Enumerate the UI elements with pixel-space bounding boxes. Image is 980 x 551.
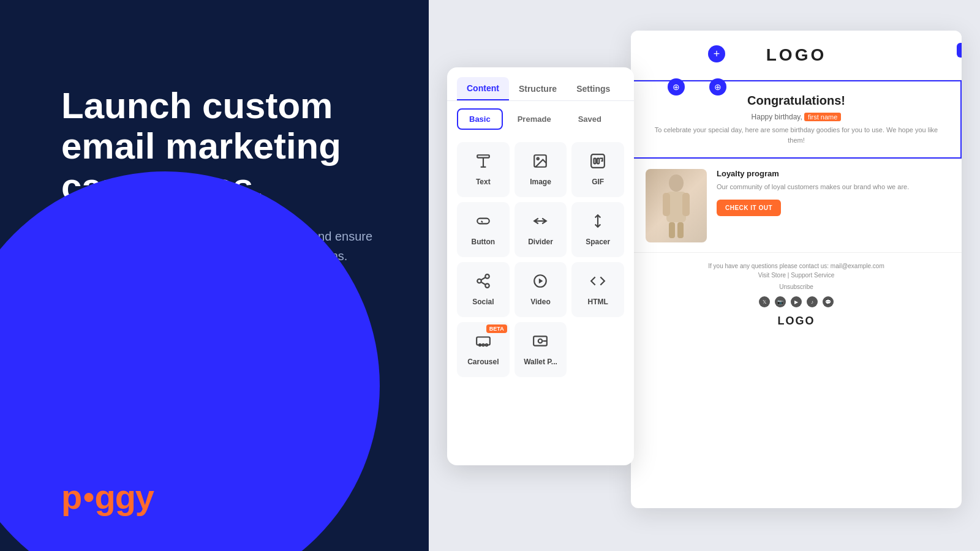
- cta-button[interactable]: CHECK IT OUT: [717, 200, 781, 216]
- instagram-icon: 📷: [775, 296, 786, 307]
- svg-line-16: [481, 277, 485, 280]
- subtab-saved[interactable]: Saved: [566, 108, 614, 130]
- text-icon: [475, 153, 491, 173]
- content-panel: Content Structure Settings Basic Premade…: [447, 67, 634, 465]
- gif-label: GIF: [592, 178, 604, 186]
- panel-item-image[interactable]: Image: [514, 142, 567, 197]
- html-label: HTML: [587, 298, 608, 306]
- panel-item-text[interactable]: Text: [457, 142, 510, 197]
- tab-settings[interactable]: Settings: [567, 77, 620, 100]
- button-label: Button: [472, 238, 496, 246]
- product-info: Loyalty program Our community of loyal c…: [717, 169, 947, 216]
- left-panel: Launch custom email marketing campaigns.…: [0, 0, 441, 551]
- svg-rect-29: [682, 193, 690, 216]
- beta-badge: BETA: [486, 324, 507, 333]
- svg-line-9: [481, 221, 483, 222]
- spacer-icon: [590, 213, 606, 233]
- panel-item-spacer[interactable]: Spacer: [571, 202, 624, 257]
- email-product-card: Loyalty program Our community of loyal c…: [631, 159, 962, 252]
- svg-rect-31: [677, 222, 684, 238]
- social-icons-row: 𝕏 📷 ▶ ♪ 💬: [646, 296, 947, 307]
- email-template: Structure + ⊕ ⊕ LOGO ✕ ✕ ⧉ 🗑 Congratulat…: [631, 31, 962, 508]
- social-icon: [475, 273, 491, 293]
- svg-rect-28: [663, 193, 670, 216]
- svg-point-24: [538, 339, 543, 343]
- svg-line-15: [481, 282, 485, 285]
- subtab-basic[interactable]: Basic: [457, 108, 503, 130]
- panel-item-gif[interactable]: GIF: [571, 142, 624, 197]
- panel-tabs: Content Structure Settings: [447, 67, 634, 101]
- footer-contact: If you have any questions please contact…: [646, 263, 947, 269]
- piggy-logo: p • ggy: [61, 480, 154, 514]
- divider-icon: [532, 213, 548, 233]
- svg-marker-18: [539, 279, 543, 284]
- youtube-icon: ▶: [791, 296, 802, 307]
- svg-point-12: [485, 274, 489, 279]
- right-panel: Content Structure Settings Basic Premade…: [429, 0, 980, 551]
- svg-point-21: [482, 344, 484, 346]
- structure-button[interactable]: Structure: [957, 43, 962, 58]
- carousel-label: Carousel: [467, 358, 499, 366]
- panel-grid: Text Image: [447, 137, 634, 382]
- svg-rect-7: [597, 159, 599, 164]
- highlight-name: first name: [804, 113, 841, 121]
- wallet-icon: [532, 333, 548, 353]
- tab-content[interactable]: Content: [457, 77, 509, 100]
- svg-rect-6: [594, 159, 596, 164]
- email-footer: If you have any questions please contact…: [631, 252, 962, 337]
- footer-links: Visit Store | Support Service: [646, 272, 947, 279]
- footer-logo: LOGO: [646, 315, 947, 328]
- walletpass-label: Wallet P...: [524, 358, 557, 366]
- tiktok-icon: ♪: [807, 296, 818, 307]
- subtab-premade[interactable]: Premade: [505, 108, 564, 130]
- image-icon: [532, 153, 548, 173]
- email-congrats-title: Congratulations!: [647, 94, 946, 108]
- email-logo-block: LOGO: [631, 31, 962, 80]
- divider-label: Divider: [528, 238, 553, 246]
- spacer-label: Spacer: [586, 238, 610, 246]
- carousel-icon: [475, 333, 491, 353]
- svg-point-14: [485, 283, 489, 288]
- svg-point-4: [537, 158, 539, 160]
- video-icon: [532, 273, 548, 293]
- panel-item-html[interactable]: HTML: [571, 262, 624, 317]
- image-label: Image: [530, 178, 551, 186]
- move-handle-left[interactable]: ⊕: [668, 78, 685, 96]
- svg-rect-0: [477, 155, 489, 157]
- html-icon: [590, 273, 606, 293]
- product-title: Loyalty program: [717, 169, 947, 178]
- panel-item-walletpass[interactable]: Wallet P...: [514, 322, 567, 377]
- svg-point-20: [479, 344, 481, 346]
- panel-item-video[interactable]: Video: [514, 262, 567, 317]
- email-logo-text: LOGO: [766, 45, 826, 64]
- product-image: [646, 169, 707, 242]
- panel-item-divider[interactable]: Divider: [514, 202, 567, 257]
- email-congrats-body: To celebrate your special day, here are …: [647, 125, 946, 145]
- svg-point-22: [486, 344, 488, 346]
- gif-icon: [590, 153, 606, 173]
- twitter-icon: 𝕏: [759, 296, 770, 307]
- panel-subtabs: Basic Premade Saved: [447, 101, 634, 137]
- svg-point-26: [669, 174, 684, 192]
- svg-rect-8: [477, 219, 489, 224]
- panel-item-social[interactable]: Social: [457, 262, 510, 317]
- builder-container: Content Structure Settings Basic Premade…: [447, 31, 962, 520]
- move-handle-right[interactable]: ⊕: [709, 78, 726, 96]
- footer-unsub[interactable]: Unsubscribe: [646, 283, 947, 290]
- video-label: Video: [530, 298, 550, 306]
- panel-item-button[interactable]: Button: [457, 202, 510, 257]
- social-label: Social: [472, 298, 494, 306]
- text-label: Text: [476, 178, 491, 186]
- add-block-button[interactable]: +: [708, 45, 725, 62]
- svg-point-13: [477, 279, 481, 283]
- svg-rect-30: [669, 222, 675, 238]
- discord-icon: 💬: [823, 296, 834, 307]
- button-icon: [475, 213, 491, 233]
- panel-item-carousel-wrapper: Carousel BETA: [457, 322, 510, 377]
- product-desc: Our community of loyal customers makes o…: [717, 182, 947, 192]
- tab-structure[interactable]: Structure: [509, 77, 567, 100]
- email-congrats-subtitle: Happy birthday, first name: [647, 113, 946, 121]
